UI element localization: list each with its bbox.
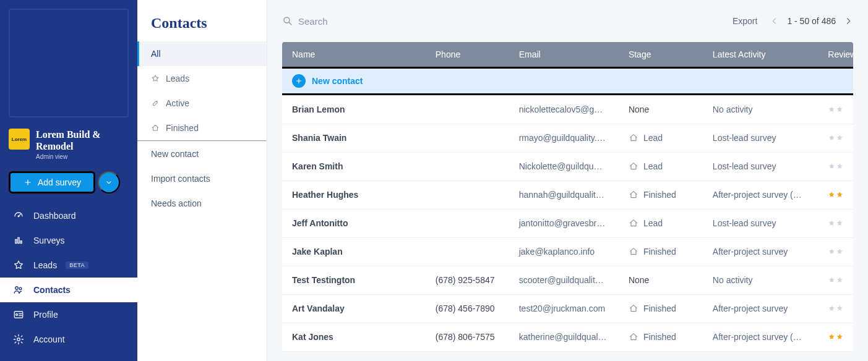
table-row[interactable]: Jeff Antonitto jantonitto@gravesbr… Lead… — [282, 209, 853, 237]
star-icon — [828, 103, 835, 116]
cell-email: test20@jruckman.com — [509, 294, 619, 323]
search-input[interactable] — [298, 16, 484, 27]
table-row[interactable]: Heather Hughes hannah@guildqualit… Finis… — [282, 180, 853, 209]
sidebar-item-label: Dashboard — [33, 211, 76, 221]
star-icon — [836, 302, 843, 315]
cell-review — [818, 266, 853, 294]
col-name[interactable]: Name — [282, 42, 426, 67]
action-import[interactable]: Import contacts — [137, 166, 267, 191]
col-email[interactable]: Email — [509, 42, 619, 67]
panel-title: Contacts — [137, 15, 267, 41]
gear-icon — [12, 334, 25, 345]
pager-next[interactable] — [843, 16, 853, 26]
cell-review — [818, 95, 853, 124]
home-icon — [629, 190, 638, 200]
plus-circle-icon — [292, 74, 306, 88]
sidebar-item-contacts[interactable]: Contacts — [0, 278, 137, 302]
stage-text: Finished — [643, 332, 676, 342]
col-activity[interactable]: Latest Activity — [703, 42, 818, 67]
col-phone[interactable]: Phone — [426, 42, 509, 67]
cell-email: rmayo@guildquality.… — [509, 124, 619, 152]
star-icon — [828, 245, 835, 258]
cell-stage: Finished — [619, 323, 703, 351]
action-needs[interactable]: Needs action — [137, 191, 267, 216]
filter-active[interactable]: Active — [137, 91, 267, 116]
company-header[interactable]: Lorem Lorem Build & Remodel Admin view — [9, 129, 129, 160]
star-icon — [828, 331, 835, 343]
cell-phone: (678) 925-5847 — [426, 266, 509, 294]
review-stars — [828, 274, 843, 286]
table-row[interactable]: Test Testington (678) 925-5847 scooter@g… — [282, 266, 853, 294]
filter-all[interactable]: All — [137, 41, 267, 66]
col-stage[interactable]: Stage — [619, 42, 703, 67]
star-icon — [836, 160, 843, 172]
table-row[interactable]: Brian Lemon nickolettecalov5@g… None No … — [282, 95, 853, 124]
sidebar-item-surveys[interactable]: Surveys — [0, 228, 137, 253]
add-survey-button[interactable]: Add survey — [9, 171, 95, 193]
table-row[interactable]: Art Vandalay (678) 456-7890 test20@jruck… — [282, 294, 853, 323]
stage-text: None — [629, 275, 649, 285]
cell-stage: None — [619, 95, 703, 124]
sidebar-item-profile[interactable]: Profile — [0, 302, 137, 327]
cell-email: jantonitto@gravesbr… — [509, 209, 619, 237]
table-row[interactable]: Jake Kaplan jake@kaplanco.info Finished … — [282, 237, 853, 266]
sidebar-item-account[interactable]: Account — [0, 327, 137, 352]
star-icon — [836, 217, 843, 229]
cell-email: katherine@guildqual… — [509, 323, 619, 351]
filter-icon — [151, 74, 160, 83]
cell-name: Shania Twain — [282, 124, 426, 152]
cell-review — [818, 294, 853, 323]
filter-finished[interactable]: Finished — [137, 116, 267, 140]
add-survey-dropdown[interactable] — [98, 171, 120, 193]
new-contact-row[interactable]: New contact — [282, 67, 853, 95]
table-row[interactable]: Karen Smith Nickolette@guildqu… Lead Los… — [282, 152, 853, 180]
home-icon — [629, 332, 638, 342]
stage-text: Lead — [643, 133, 663, 143]
main: Export 1 - 50 of 486 Name Phone Email St… — [267, 0, 868, 361]
bar-chart-icon — [12, 235, 25, 246]
action-label: New contact — [151, 149, 199, 159]
star-icon — [836, 245, 843, 258]
action-new[interactable]: New contact — [137, 142, 267, 166]
star-icon — [836, 103, 843, 116]
cell-review — [818, 323, 853, 351]
logo-image — [9, 9, 129, 117]
cell-phone — [426, 124, 509, 152]
gauge-icon — [12, 210, 25, 221]
review-stars — [828, 189, 843, 201]
cell-name: Test Testington — [282, 266, 426, 294]
star-icon — [828, 189, 835, 201]
cell-name: Heather Hughes — [282, 180, 426, 209]
cell-phone — [426, 95, 509, 124]
sidebar-item-dashboard[interactable]: Dashboard — [0, 203, 137, 228]
star-icon — [836, 132, 843, 144]
cell-name: Art Vandalay — [282, 294, 426, 323]
table-row[interactable]: Shania Twain rmayo@guildquality.… Lead L… — [282, 124, 853, 152]
search-icon — [282, 15, 293, 27]
stage-text: Lead — [643, 161, 663, 171]
action-label: Needs action — [151, 198, 202, 208]
filter-leads[interactable]: Leads — [137, 66, 267, 91]
cell-activity: After-project survey — [703, 237, 818, 266]
cell-activity: Lost-lead survey — [703, 124, 818, 152]
action-label: Import contacts — [151, 174, 210, 184]
review-stars — [828, 302, 843, 315]
cell-review — [818, 209, 853, 237]
review-stars — [828, 217, 843, 229]
cell-phone — [426, 180, 509, 209]
contacts-table: Name Phone Email Stage Latest Activity R… — [282, 42, 853, 352]
star-icon — [828, 302, 835, 315]
export-button[interactable]: Export — [733, 16, 757, 26]
col-review[interactable]: Review — [818, 42, 853, 67]
cell-phone — [426, 209, 509, 237]
review-stars — [828, 331, 843, 343]
home-icon — [629, 304, 638, 313]
table-row[interactable]: Kat Jones (678) 806-7575 katherine@guild… — [282, 323, 853, 351]
cell-activity: Lost-lead survey — [703, 152, 818, 180]
filter-icon — [151, 99, 160, 108]
sidebar-item-label: Contacts — [33, 285, 71, 295]
cell-activity: No activity — [703, 95, 818, 124]
sidebar-item-leads[interactable]: Leads BETA — [0, 253, 137, 278]
cell-phone — [426, 152, 509, 180]
pager-prev[interactable] — [770, 16, 780, 26]
